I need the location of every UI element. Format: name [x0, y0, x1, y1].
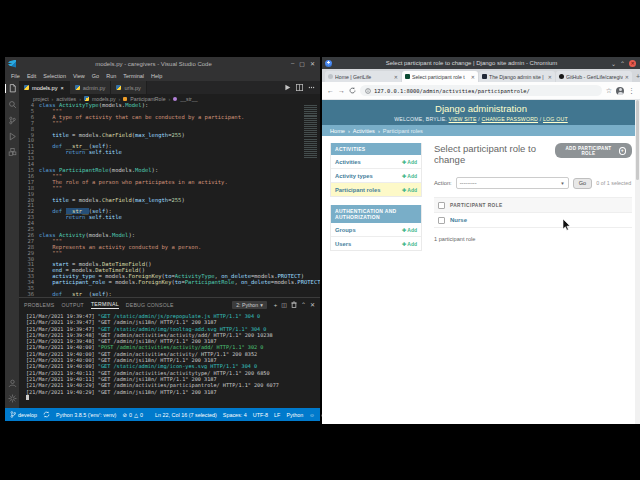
panel-tab-debug-console[interactable]: DEBUG CONSOLE: [126, 302, 174, 308]
panel-tab-output[interactable]: OUTPUT: [61, 302, 84, 308]
split-editor-icon[interactable]: [296, 84, 303, 91]
source-control-icon[interactable]: [8, 116, 17, 125]
breadcrumb-activities[interactable]: Activities: [353, 128, 375, 134]
url-text[interactable]: 127.0.0.1:8000/admin/activities/particip…: [374, 88, 530, 94]
new-terminal-icon[interactable]: +: [274, 302, 278, 308]
add-participant-role-button[interactable]: ADD PARTICIPANT ROLE +: [555, 143, 632, 158]
address-bar[interactable]: 127.0.0.1:8000/admin/activities/particip…: [360, 85, 602, 96]
profile-avatar[interactable]: [616, 87, 624, 95]
sidebar-item-activity-types[interactable]: Activity types✚ Add: [331, 169, 421, 183]
python-interpreter[interactable]: Python 3.8.5 ('env': venv): [56, 412, 117, 418]
bookmark-star-icon[interactable]: ☆: [606, 87, 612, 94]
menu-selection[interactable]: Selection: [43, 73, 66, 79]
settings-gear-icon[interactable]: [8, 394, 17, 403]
menu-edit[interactable]: Edit: [27, 73, 36, 79]
run-debug-icon[interactable]: [8, 132, 17, 141]
maximize-button[interactable]: ⌃: [620, 60, 625, 67]
add-link[interactable]: ✚ Add: [402, 159, 417, 165]
breadcrumb-home[interactable]: Home: [330, 128, 345, 134]
code-editor[interactable]: 4class ActivityType(models.Model):5 """6…: [19, 103, 320, 297]
split-terminal-icon[interactable]: ◫: [281, 301, 287, 308]
feedback-smiley-icon[interactable]: ☺: [309, 412, 315, 418]
model-link[interactable]: Users: [335, 241, 351, 247]
site-info-icon[interactable]: [365, 88, 371, 94]
new-tab-button[interactable]: +: [636, 73, 640, 80]
kill-terminal-icon[interactable]: [291, 301, 297, 308]
terminal-output[interactable]: [21/Mar/2021 19:39:47] "GET /static/admi…: [19, 311, 320, 408]
indentation[interactable]: Spaces: 4: [223, 412, 247, 418]
action-select[interactable]: --------- ▼: [456, 177, 569, 189]
minimize-button[interactable]: ⌄: [611, 60, 616, 67]
row-checkbox[interactable]: [438, 217, 445, 224]
close-panel-icon[interactable]: ✕: [310, 301, 315, 308]
tab-admin.py[interactable]: admin.py: [70, 81, 112, 94]
breadcrumb-item[interactable]: __str__: [180, 96, 197, 102]
user-link-view-site[interactable]: VIEW SITE: [449, 116, 477, 122]
select-all-checkbox[interactable]: [438, 202, 445, 209]
add-link[interactable]: ✚ Add: [402, 187, 417, 193]
breadcrumb-item[interactable]: ParticipantRole: [130, 96, 165, 102]
account-icon[interactable]: [8, 379, 17, 388]
maximize-panel-icon[interactable]: ⌃: [301, 301, 306, 308]
menu-run[interactable]: Run: [106, 73, 116, 79]
scrollbar-thumb[interactable]: [636, 100, 639, 180]
more-icon[interactable]: [308, 84, 315, 91]
tab-close-icon[interactable]: ✕: [471, 74, 475, 80]
add-link[interactable]: ✚ Add: [402, 173, 417, 179]
explorer-icon[interactable]: [8, 84, 17, 93]
browser-menu-icon[interactable]: ⋮: [628, 87, 635, 94]
encoding[interactable]: UTF-8: [253, 412, 268, 418]
browser-tab[interactable]: The Django admin site | ✕: [479, 71, 555, 82]
search-icon[interactable]: [8, 100, 17, 109]
menu-view[interactable]: View: [73, 73, 85, 79]
menu-go[interactable]: Go: [92, 73, 99, 79]
close-button[interactable]: ✕: [310, 60, 315, 67]
browser-tab[interactable]: GitHub - GeriLife/caregiv✕: [556, 71, 632, 82]
add-link[interactable]: ✚ Add: [402, 241, 417, 247]
terminal-shell-selector[interactable]: 2: Python▾: [232, 301, 267, 309]
tab-close-icon[interactable]: ✕: [548, 74, 552, 80]
close-button[interactable]: ✕: [629, 60, 636, 67]
panel-tab-terminal[interactable]: TERMINAL: [91, 301, 119, 309]
tab-models.py[interactable]: models.py×: [19, 81, 70, 94]
minimap[interactable]: [304, 105, 317, 159]
menu-file[interactable]: File: [11, 73, 20, 79]
model-link[interactable]: Activities: [335, 159, 361, 165]
page-scrollbar[interactable]: [635, 100, 640, 424]
site-title[interactable]: Django administration: [322, 103, 640, 114]
model-link[interactable]: Groups: [335, 227, 356, 233]
problems-indicator[interactable]: ⊘0△0: [122, 412, 143, 418]
back-icon[interactable]: ←: [327, 87, 334, 94]
maximize-button[interactable]: ▢: [299, 60, 305, 67]
model-link[interactable]: Participant roles: [335, 187, 380, 193]
sync-icon[interactable]: [43, 411, 50, 418]
menu-help[interactable]: Help: [151, 73, 162, 79]
extensions-icon[interactable]: [8, 148, 17, 157]
run-icon[interactable]: [284, 84, 291, 91]
browser-tab[interactable]: Home | GeriLife✕: [325, 71, 401, 82]
reload-icon[interactable]: [349, 87, 356, 94]
model-link[interactable]: Activity types: [335, 173, 373, 179]
tab-urls.py[interactable]: urls.py: [111, 81, 146, 94]
sidebar-item-participant-roles[interactable]: Participant roles✚ Add: [331, 183, 421, 196]
sidebar-item-users[interactable]: Users✚ Add: [331, 237, 421, 250]
sidebar-item-groups[interactable]: Groups✚ Add: [331, 223, 421, 237]
git-branch-indicator[interactable]: develop: [10, 411, 37, 418]
breadcrumb-item[interactable]: activities: [56, 96, 76, 102]
breadcrumb-item[interactable]: project: [33, 96, 49, 102]
eol[interactable]: LF: [274, 412, 280, 418]
menu-terminal[interactable]: Terminal: [123, 73, 144, 79]
user-link-log-out[interactable]: LOG OUT: [543, 116, 568, 122]
forward-icon[interactable]: →: [338, 87, 345, 94]
language-mode[interactable]: Python: [286, 412, 303, 418]
panel-tab-problems[interactable]: PROBLEMS: [24, 302, 54, 308]
tab-close-icon[interactable]: ✕: [625, 74, 629, 80]
object-link-nurse[interactable]: Nurse: [450, 217, 467, 223]
breadcrumb-item[interactable]: models.py: [92, 96, 116, 102]
minimize-button[interactable]: –: [291, 60, 294, 67]
go-button[interactable]: Go: [573, 178, 592, 189]
cursor-position[interactable]: Ln 22, Col 16 (7 selected): [155, 412, 217, 418]
browser-tab[interactable]: Select participant role t✕: [402, 71, 478, 82]
add-link[interactable]: ✚ Add: [402, 227, 417, 233]
sidebar-item-activities[interactable]: Activities✚ Add: [331, 155, 421, 169]
